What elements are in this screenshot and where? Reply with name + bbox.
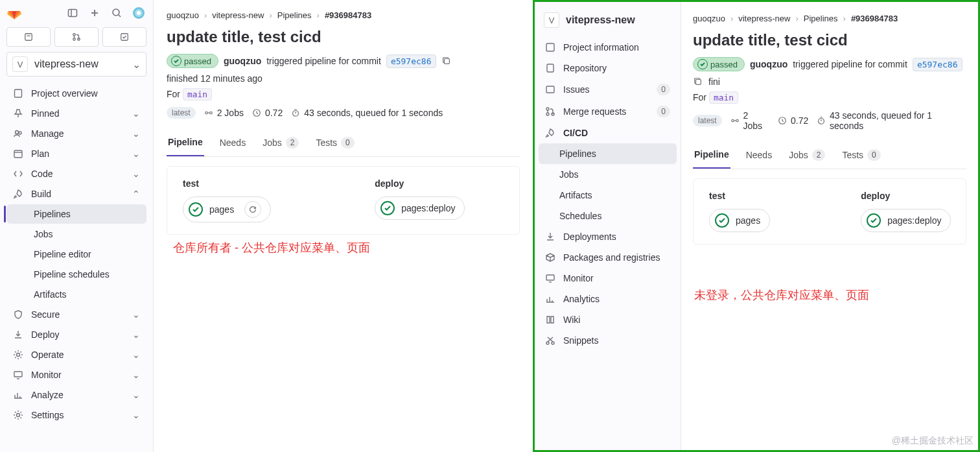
sidebar-item-artifacts[interactable]: Artifacts	[539, 185, 677, 206]
project-header[interactable]: V vitepress-new	[539, 8, 677, 37]
pipeline-graph: test pages deploy pages:deploy	[167, 166, 520, 235]
user-avatar-icon[interactable]	[131, 5, 146, 21]
sidebar-item-analyze[interactable]: Analyze⌄	[6, 385, 146, 405]
project-avatar: V	[12, 56, 28, 72]
author-name[interactable]: guoqzuo	[224, 56, 261, 66]
copy-icon[interactable]	[441, 56, 452, 66]
breadcrumb-link[interactable]: vitepress-new	[738, 14, 790, 23]
for-label: For	[693, 92, 706, 102]
count-badge: 0	[657, 106, 670, 117]
sidebar-item-code[interactable]: Code⌄	[6, 164, 146, 184]
sidebar-item-deployments[interactable]: Deployments	[539, 226, 677, 247]
sidebar-item-snippets[interactable]: Snippets	[539, 330, 677, 351]
sidebar-item-pipelines[interactable]: Pipelines	[539, 143, 677, 164]
job-name: pages:deploy	[401, 203, 455, 213]
sidebar-item-merge-requests[interactable]: Merge requests0	[539, 101, 677, 123]
branch-chip[interactable]: main	[709, 91, 738, 104]
todos-tab-button[interactable]	[102, 27, 146, 47]
job-pill-deploy[interactable]: pages:deploy	[375, 196, 465, 220]
triggered-text: triggered pipeline for commit	[793, 59, 907, 69]
gear-icon	[13, 410, 23, 420]
svg-rect-40	[696, 80, 701, 85]
breadcrumb: guoqzuo› vitepress-new› Pipelines› #9369…	[167, 8, 520, 28]
sidebar-item-label: Project overview	[31, 88, 98, 99]
issues-tab-button[interactable]	[6, 27, 51, 47]
sidebar-item-repository[interactable]: Repository	[539, 58, 677, 78]
project-switcher[interactable]: V vitepress-new ⌄	[6, 52, 146, 77]
gitlab-logo-icon[interactable]	[6, 5, 22, 21]
job-pill-pages[interactable]: pages	[183, 196, 271, 222]
chevron-down-icon: ⌄	[132, 169, 140, 179]
sidebar-item-build[interactable]: Build⌃	[6, 184, 146, 204]
chevron-down-icon: ⌄	[132, 149, 140, 159]
sidebar-item-secure[interactable]: Secure⌄	[6, 305, 146, 324]
sidebar-item-monitor[interactable]: Monitor⌄	[6, 365, 146, 385]
sidebar-item-pipeline-editor[interactable]: Pipeline editor	[6, 244, 146, 264]
stage-title: test	[183, 178, 271, 189]
sidebar-item-pinned[interactable]: Pinned⌄	[6, 104, 146, 123]
sidebar-item-deploy[interactable]: Deploy⌄	[6, 325, 146, 344]
tab-jobs[interactable]: Jobs2	[261, 130, 300, 156]
pin-icon	[13, 108, 23, 119]
sidebar-item-project-information[interactable]: Project information	[539, 37, 677, 58]
sidebar-item-settings[interactable]: Settings⌄	[6, 405, 146, 425]
sidebar-item-plan[interactable]: Plan⌄	[6, 144, 146, 163]
page-title: update title, test cicd	[167, 28, 520, 46]
job-name: pages:deploy	[887, 215, 941, 226]
sidebar-item-schedules[interactable]: Schedules	[539, 206, 677, 226]
svg-point-33	[546, 108, 549, 110]
sidebar-item-project-overview[interactable]: Project overview	[6, 84, 146, 103]
commit-sha-link[interactable]: e597ec86	[913, 58, 962, 71]
breadcrumb-link[interactable]: Pipelines	[277, 10, 312, 20]
breadcrumb-link[interactable]: guoqzuo	[167, 10, 199, 20]
breadcrumb-link[interactable]: vitepress-new	[212, 10, 264, 20]
sidebar-item-monitor[interactable]: Monitor	[539, 268, 677, 289]
sidebar-item-label: Settings	[31, 410, 64, 420]
copy-icon[interactable]	[693, 77, 703, 87]
plus-icon[interactable]	[87, 5, 102, 21]
sidebar-item-jobs[interactable]: Jobs	[6, 224, 146, 244]
svg-rect-24	[444, 59, 449, 64]
status-badge[interactable]: passed	[693, 57, 745, 71]
tab-pipeline[interactable]: Pipeline	[693, 143, 730, 169]
tab-label: Tests	[842, 150, 863, 160]
breadcrumb-link[interactable]: Pipelines	[804, 14, 838, 23]
breadcrumb-link[interactable]: guoqzuo	[693, 14, 725, 23]
stage-title: deploy	[375, 178, 465, 189]
timer-icon	[816, 115, 826, 126]
sidebar-item-wiki[interactable]: Wiki	[539, 309, 677, 330]
branch-chip[interactable]: main	[183, 88, 212, 101]
chevron-down-icon: ⌄	[132, 128, 140, 139]
jobs-count: 2 Jobs	[743, 110, 769, 131]
sidebar-item-label: Plan	[31, 149, 49, 159]
tab-jobs[interactable]: Jobs2	[788, 143, 826, 169]
sidebar-toggle-icon[interactable]	[65, 5, 80, 21]
job-pill-pages[interactable]: pages	[709, 209, 770, 232]
sidebar-item-manage[interactable]: Manage⌄	[6, 124, 146, 143]
sidebar-item-cicd[interactable]: CI/CD	[539, 123, 677, 143]
check-circle-icon	[171, 56, 181, 66]
tab-needs[interactable]: Needs	[218, 130, 247, 156]
author-name[interactable]: guoqzuo	[750, 59, 788, 69]
retry-icon[interactable]	[244, 201, 261, 218]
status-label: passed	[184, 56, 211, 66]
sidebar-item-issues[interactable]: Issues0	[539, 78, 677, 101]
commit-sha-link[interactable]: e597ec86	[386, 54, 436, 68]
sidebar-item-analytics[interactable]: Analytics	[539, 289, 677, 309]
search-icon[interactable]	[109, 5, 124, 21]
svg-point-34	[546, 113, 549, 115]
merge-requests-tab-button[interactable]	[54, 27, 99, 47]
sidebar-item-artifacts[interactable]: Artifacts	[6, 285, 146, 304]
sidebar-item-pipelines[interactable]: Pipelines	[6, 204, 146, 224]
tab-tests[interactable]: Tests0	[314, 130, 355, 156]
sidebar-item-jobs[interactable]: Jobs	[539, 164, 677, 185]
tab-needs[interactable]: Needs	[745, 143, 773, 169]
job-pill-deploy[interactable]: pages:deploy	[861, 209, 951, 232]
sidebar-item-pipeline-schedules[interactable]: Pipeline schedules	[6, 265, 146, 284]
project-avatar: V	[544, 12, 559, 28]
tab-pipeline[interactable]: Pipeline	[167, 130, 204, 156]
tab-tests[interactable]: Tests0	[841, 143, 881, 169]
sidebar-item-packages[interactable]: Packages and registries	[539, 247, 677, 268]
status-badge[interactable]: passed	[167, 54, 218, 68]
sidebar-item-operate[interactable]: Operate⌄	[6, 345, 146, 364]
